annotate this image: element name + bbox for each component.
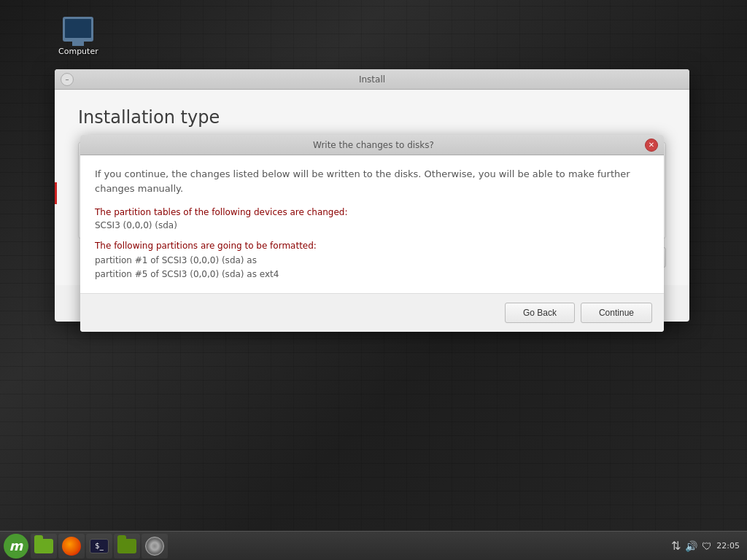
modal-device-text: SCSI3 (0,0,0) (sda) [95,220,649,230]
mint-menu-button[interactable]: m [3,533,29,559]
write-changes-modal: Write the changes to disks? ✕ If you con… [80,135,664,332]
modal-partition-list: partition #1 of SCSI3 (0,0,0) (sda) as p… [95,254,649,281]
modal-close-button[interactable]: ✕ [645,139,658,152]
folder-icon [34,539,53,553]
disc-icon [145,537,164,556]
terminal-icon: $_ [90,539,109,553]
window-minimize-button[interactable]: – [61,73,74,86]
window-controls: – [61,73,74,86]
computer-icon-label: Computer [58,47,98,56]
modal-body: If you continue, the changes listed belo… [80,155,664,294]
mint-logo-icon: m [4,534,28,559]
modal-footer: Go Back Continue [80,294,664,332]
modal-titlebar: Write the changes to disks? ✕ [80,135,664,155]
clock[interactable]: 22:05 [716,541,740,551]
go-back-button[interactable]: Go Back [505,303,575,323]
taskbar-right: ⇅ 🔊 🛡 22:05 [664,539,747,553]
file-manager-taskbar-button[interactable] [31,534,57,559]
taskbar: m $_ ⇅ [0,531,747,560]
computer-icon [61,15,96,44]
disc-taskbar-button[interactable] [142,534,168,559]
terminal-taskbar-button[interactable]: $_ [86,534,112,559]
taskbar-left: m $_ [0,533,171,559]
page-title: Installation type [78,107,666,128]
modal-section2-title: The following partitions are going to be… [95,241,649,251]
modal-section1-title: The partition tables of the following de… [95,207,649,217]
network-tray-icon[interactable]: ⇅ [671,539,681,553]
partition2-text: partition #5 of SCSI3 (0,0,0) (sda) as e… [95,269,279,279]
desktop: Computer – Install Installation type Thi… [0,0,747,560]
firefox-icon [62,537,81,556]
left-red-bar [55,182,57,204]
window-titlebar: – Install [55,69,689,90]
computer-desktop-icon[interactable]: Computer [58,15,98,56]
modal-info-text: If you continue, the changes listed belo… [95,167,649,195]
window-title: Install [74,74,670,85]
continue-button[interactable]: Continue [581,303,652,323]
notification-tray-icon[interactable]: 🛡 [702,540,712,552]
volume-tray-icon[interactable]: 🔊 [685,540,697,552]
modal-title: Write the changes to disks? [102,140,645,150]
folder-gray-icon [117,539,136,553]
partition1-text: partition #1 of SCSI3 (0,0,0) (sda) as [95,255,257,265]
firefox-taskbar-button[interactable] [58,534,85,559]
clock-time: 22:05 [716,541,740,551]
file-manager2-taskbar-button[interactable] [114,534,140,559]
